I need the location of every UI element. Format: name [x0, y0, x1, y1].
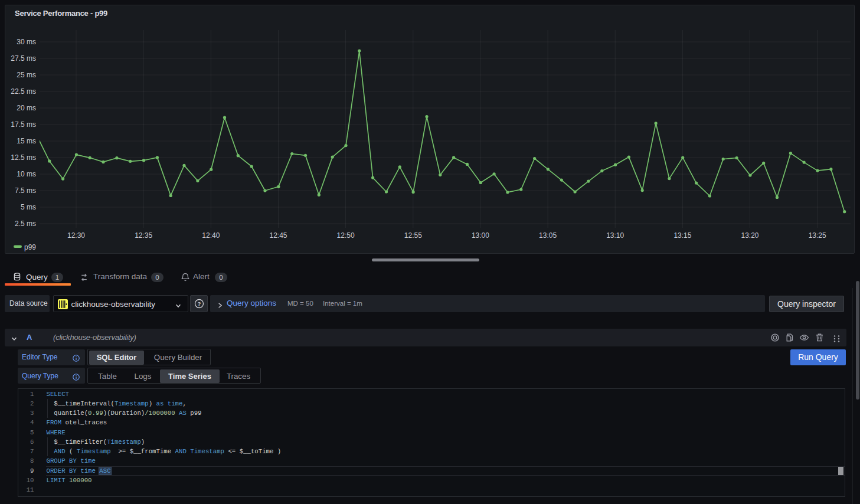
svg-text:12.5 ms: 12.5 ms — [11, 153, 36, 162]
svg-text:13:25: 13:25 — [809, 231, 826, 240]
svg-text:5 ms: 5 ms — [21, 203, 36, 211]
svg-text:17.5 ms: 17.5 ms — [11, 120, 36, 129]
svg-text:15 ms: 15 ms — [17, 137, 36, 145]
svg-text:12:40: 12:40 — [202, 231, 220, 240]
svg-text:13:15: 13:15 — [673, 231, 691, 240]
svg-text:20 ms: 20 ms — [17, 104, 36, 112]
svg-text:p99: p99 — [24, 243, 36, 251]
svg-text:10 ms: 10 ms — [17, 170, 36, 178]
svg-text:30 ms: 30 ms — [17, 38, 36, 46]
svg-text:22.5 ms: 22.5 ms — [11, 87, 36, 96]
svg-text:?: ? — [198, 300, 201, 307]
svg-text:25 ms: 25 ms — [17, 71, 36, 79]
svg-text:12:55: 12:55 — [404, 231, 422, 240]
svg-text:27.5 ms: 27.5 ms — [11, 54, 36, 63]
svg-text:13:10: 13:10 — [606, 231, 624, 240]
svg-text:13:20: 13:20 — [741, 231, 758, 240]
svg-text:12:50: 12:50 — [337, 231, 355, 240]
svg-text:7.5 ms: 7.5 ms — [15, 186, 36, 195]
svg-text:13:00: 13:00 — [472, 231, 489, 240]
svg-text:13:05: 13:05 — [539, 231, 557, 240]
svg-text:12:35: 12:35 — [135, 231, 152, 240]
svg-text:2.5 ms: 2.5 ms — [15, 220, 36, 228]
svg-text:12:30: 12:30 — [67, 231, 85, 240]
svg-text:12:45: 12:45 — [269, 231, 287, 240]
